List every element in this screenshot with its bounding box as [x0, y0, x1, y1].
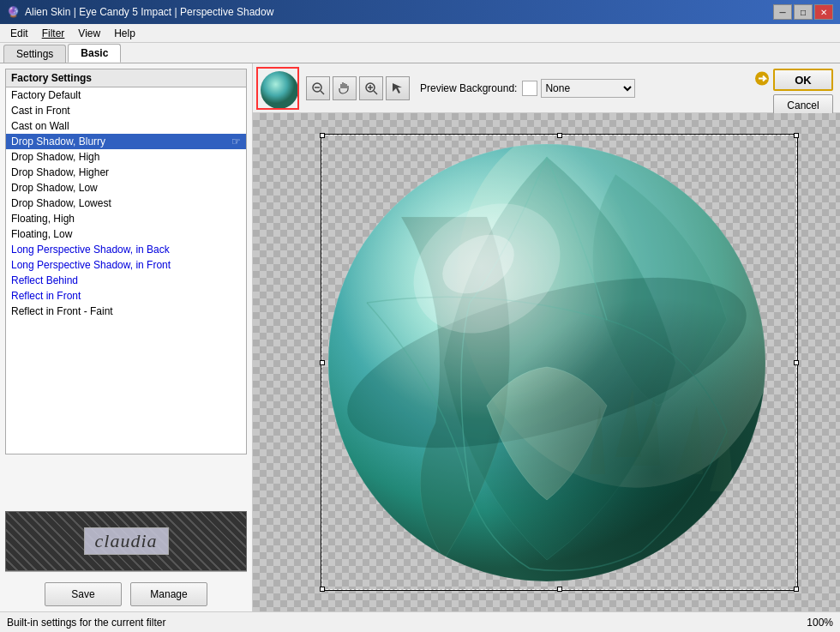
menu-help[interactable]: Help	[107, 26, 142, 41]
main-content: Factory Settings Factory Default Cast in…	[0, 63, 840, 611]
svg-point-0	[261, 71, 298, 109]
tab-bar: Settings Basic	[0, 43, 840, 63]
bg-color-preview	[522, 81, 537, 96]
zoom-out-tool[interactable]	[306, 76, 330, 100]
corner-mr[interactable]	[794, 360, 799, 365]
close-button[interactable]: ✕	[814, 4, 833, 20]
svg-line-5	[374, 91, 377, 94]
toolbar	[306, 76, 410, 100]
preview-bg-select[interactable]: None White Black Custom	[541, 79, 635, 98]
list-item-reflect-behind[interactable]: Reflect Behind	[6, 273, 246, 288]
hand-tool[interactable]	[333, 76, 357, 100]
list-item-floating-high[interactable]: Floating, High	[6, 211, 246, 226]
corner-br[interactable]	[794, 587, 799, 592]
ok-arrow-indicator	[754, 71, 770, 89]
minimize-button[interactable]: ─	[773, 4, 792, 20]
preview-bg-select-wrapper: None White Black Custom	[522, 79, 635, 98]
factory-settings-title: Factory Settings	[6, 69, 246, 87]
app-icon: 🔮	[7, 6, 20, 18]
list-item-reflect-in-front-faint[interactable]: Reflect in Front - Faint	[6, 304, 246, 319]
list-item-reflect-in-front[interactable]: Reflect in Front	[6, 288, 246, 304]
list-item-drop-shadow-blurry[interactable]: Drop Shadow, Blurry ☞	[6, 134, 246, 149]
preview-area[interactable]	[253, 113, 840, 611]
list-item-drop-shadow-low[interactable]: Drop Shadow, Low	[6, 180, 246, 196]
ok-button[interactable]: OK	[773, 69, 833, 91]
manage-button[interactable]: Manage	[130, 582, 207, 606]
list-item-drop-shadow-higher[interactable]: Drop Shadow, Higher	[6, 165, 246, 180]
status-bar: Built-in settings for the current filter…	[0, 611, 840, 632]
preview-bg-control: Preview Background: None White Black Cus…	[420, 79, 635, 98]
factory-settings-section: Factory Settings Factory Default Cast in…	[5, 69, 247, 454]
zoom-in-tool[interactable]	[359, 76, 383, 100]
save-button[interactable]: Save	[45, 582, 122, 606]
menu-bar: Edit Filter View Help	[0, 24, 840, 43]
list-item-floating-low[interactable]: Floating, Low	[6, 226, 246, 242]
sphere-container	[270, 122, 823, 603]
arrow-tool[interactable]	[386, 76, 410, 100]
corner-tr[interactable]	[794, 133, 799, 138]
window-title: Alien Skin | Eye Candy 5 Impact | Perspe…	[25, 6, 273, 18]
list-item-drop-shadow-high[interactable]: Drop Shadow, High	[6, 149, 246, 165]
list-item-long-perspective-front[interactable]: Long Perspective Shadow, in Front	[6, 257, 246, 273]
sphere-image	[315, 131, 778, 594]
svg-line-2	[321, 91, 324, 94]
settings-list[interactable]: Factory Default Cast in Front Cast on Wa…	[6, 87, 246, 454]
menu-edit[interactable]: Edit	[3, 26, 35, 41]
zoom-level: 100%	[807, 617, 833, 629]
menu-view[interactable]: View	[71, 26, 107, 41]
thumbnail-preview: claudia	[5, 511, 247, 571]
tab-basic[interactable]: Basic	[68, 44, 121, 63]
ok-cancel-area: OK Cancel	[773, 69, 833, 117]
list-item-drop-shadow-lowest[interactable]: Drop Shadow, Lowest	[6, 196, 246, 211]
right-top-bar: Preview Background: None White Black Cus…	[253, 63, 840, 113]
left-buttons: Save Manage	[0, 577, 252, 611]
thumbnail-text: claudia	[84, 527, 169, 555]
maximize-button[interactable]: □	[794, 4, 813, 20]
tab-settings[interactable]: Settings	[3, 45, 66, 63]
title-bar: 🔮 Alien Skin | Eye Candy 5 Impact | Pers…	[0, 0, 840, 24]
preview-bg-label: Preview Background:	[420, 82, 517, 94]
left-panel: Factory Settings Factory Default Cast in…	[0, 63, 253, 611]
preview-thumbnail	[256, 67, 299, 110]
list-item-factory-default[interactable]: Factory Default	[6, 87, 246, 103]
status-message: Built-in settings for the current filter	[7, 617, 165, 629]
list-item-long-perspective-back[interactable]: Long Perspective Shadow, in Back	[6, 242, 246, 257]
menu-filter[interactable]: Filter	[35, 26, 72, 41]
svg-point-16	[328, 144, 765, 581]
settings-list-container: Factory Default Cast in Front Cast on Wa…	[6, 87, 246, 454]
list-item-cast-in-front[interactable]: Cast in Front	[6, 103, 246, 118]
list-item-cast-on-wall[interactable]: Cast on Wall	[6, 118, 246, 134]
right-panel: Preview Background: None White Black Cus…	[253, 63, 840, 611]
